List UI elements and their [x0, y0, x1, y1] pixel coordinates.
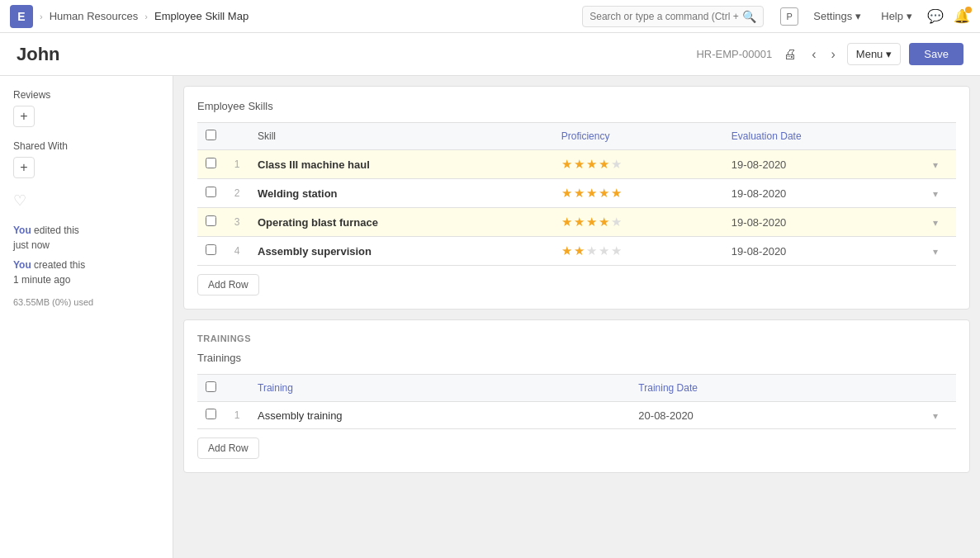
table-row: 2 Welding station ★★★★★ 19-08-2020 ▾: [197, 179, 956, 208]
page-title: John: [17, 44, 60, 65]
star-filled-icon: ★: [574, 244, 585, 258]
search-input[interactable]: [589, 11, 739, 22]
skill-name: Assembly supervision: [249, 237, 553, 266]
row-dropdown-icon[interactable]: ▾: [933, 246, 938, 258]
help-button[interactable]: Help ▾: [876, 8, 917, 24]
row-checkbox-cell: [197, 208, 225, 237]
table-row: 3 Operating blast furnace ★★★★★ 19-08-20…: [197, 208, 956, 237]
notification-bell[interactable]: 🔔: [954, 8, 970, 24]
help-chevron-icon: ▾: [907, 10, 912, 22]
table-row: 1 Assembly training 20-08-2020 ▾: [197, 402, 956, 429]
star-filled-icon: ★: [574, 186, 585, 201]
search-bar[interactable]: 🔍: [582, 6, 764, 27]
reviews-label: Reviews: [13, 89, 159, 101]
row-checkbox[interactable]: [206, 244, 216, 255]
search-icon: 🔍: [742, 10, 756, 23]
employee-skills-title: Employee Skills: [197, 100, 956, 112]
row-number: 4: [225, 237, 249, 266]
header-actions: HR-EMP-00001 🖨 ‹ › Menu ▾ Save: [696, 43, 963, 65]
evaluation-date: 19-08-2020: [723, 208, 915, 237]
next-record-button[interactable]: ›: [828, 44, 839, 65]
trainings-action-header: [915, 375, 956, 402]
skills-select-all[interactable]: [206, 130, 216, 140]
sidebar: Reviews + Shared With + ♡ You edited thi…: [0, 76, 173, 558]
row-dropdown-cell[interactable]: ▾: [915, 402, 956, 429]
row-checkbox-cell: [197, 237, 225, 266]
row-dropdown-icon[interactable]: ▾: [933, 188, 938, 200]
training-name: Assembly training: [249, 402, 630, 429]
favorite-icon[interactable]: ♡: [13, 192, 159, 210]
shared-with-label: Shared With: [13, 140, 159, 152]
proficiency-cell: ★★★★★: [553, 179, 723, 208]
star-empty-icon: ★: [599, 244, 609, 258]
star-empty-icon: ★: [586, 244, 597, 258]
row-checkbox[interactable]: [206, 215, 216, 226]
evaluation-date: 19-08-2020: [723, 237, 915, 266]
star-filled-icon: ★: [599, 186, 609, 201]
proficiency-cell: ★★★★★: [553, 237, 723, 266]
skill-name: Welding station: [249, 179, 553, 208]
settings-chevron-icon: ▾: [855, 10, 861, 22]
trainings-date-header: Training Date: [630, 375, 915, 402]
star-filled-icon: ★: [574, 157, 585, 172]
row-dropdown-icon[interactable]: ▾: [933, 410, 938, 422]
trainings-select-all[interactable]: [206, 381, 216, 392]
skills-num-header: [225, 123, 249, 150]
proficiency-cell: ★★★★★: [553, 150, 723, 179]
row-number: 2: [225, 179, 249, 208]
document-id: HR-EMP-00001: [696, 48, 772, 60]
activity-edited: You edited this just now: [13, 223, 159, 253]
top-nav: E › Human Resources › Employee Skill Map…: [0, 0, 980, 33]
skills-proficiency-header: Proficiency: [553, 123, 723, 150]
trainings-num-header: [225, 375, 249, 402]
row-dropdown-cell[interactable]: ▾: [915, 208, 956, 237]
prev-record-button[interactable]: ‹: [808, 44, 819, 65]
row-number: 1: [225, 402, 249, 429]
row-number: 1: [225, 150, 249, 179]
save-button[interactable]: Save: [909, 43, 963, 65]
row-dropdown-cell[interactable]: ▾: [915, 237, 956, 266]
trainings-section: TRAININGS Trainings Training Training Da…: [183, 319, 970, 473]
page-header: John HR-EMP-00001 🖨 ‹ › Menu ▾ Save: [0, 33, 980, 76]
chat-icon[interactable]: 💬: [927, 8, 944, 24]
row-checkbox[interactable]: [206, 187, 216, 197]
row-checkbox-cell: [197, 150, 225, 179]
you-edited-label: You: [13, 225, 31, 236]
nav-parent[interactable]: Human Resources: [50, 10, 139, 22]
print-button[interactable]: 🖨: [780, 44, 800, 65]
skills-date-header: Evaluation Date: [723, 123, 915, 150]
training-date: 20-08-2020: [630, 402, 915, 429]
reviews-add-button[interactable]: +: [13, 106, 35, 127]
row-checkbox[interactable]: [206, 409, 216, 419]
row-dropdown-cell[interactable]: ▾: [915, 179, 956, 208]
you-created-label: You: [13, 259, 31, 271]
menu-button[interactable]: Menu ▾: [847, 43, 902, 65]
star-filled-icon: ★: [611, 186, 622, 201]
trainings-check-header: [197, 375, 225, 402]
skills-add-row-button[interactable]: Add Row: [197, 274, 259, 296]
star-empty-icon: ★: [611, 215, 622, 229]
table-row: 4 Assembly supervision ★★★★★ 19-08-2020 …: [197, 237, 956, 266]
row-dropdown-cell[interactable]: ▾: [915, 150, 956, 179]
star-filled-icon: ★: [599, 157, 609, 172]
star-filled-icon: ★: [574, 215, 585, 229]
row-dropdown-icon[interactable]: ▾: [933, 159, 938, 171]
trainings-add-row-button[interactable]: Add Row: [197, 437, 259, 459]
settings-button[interactable]: Settings ▾: [808, 8, 866, 24]
skill-name: Operating blast furnace: [249, 208, 553, 237]
evaluation-date: 19-08-2020: [723, 179, 915, 208]
p-badge: P: [780, 7, 798, 26]
main-layout: Reviews + Shared With + ♡ You edited thi…: [0, 76, 980, 558]
shared-with-add-button[interactable]: +: [13, 157, 35, 178]
star-filled-icon: ★: [561, 215, 572, 229]
notification-dot: [965, 7, 972, 13]
star-filled-icon: ★: [561, 186, 572, 201]
breadcrumb-chevron-1: ›: [40, 12, 43, 21]
row-dropdown-icon[interactable]: ▾: [933, 217, 938, 229]
star-filled-icon: ★: [599, 215, 609, 229]
table-row: 1 Class III machine haul ★★★★★ 19-08-202…: [197, 150, 956, 179]
row-checkbox[interactable]: [206, 158, 216, 168]
star-empty-icon: ★: [611, 157, 622, 172]
star-filled-icon: ★: [586, 215, 597, 229]
breadcrumb-chevron-2: ›: [144, 12, 148, 21]
